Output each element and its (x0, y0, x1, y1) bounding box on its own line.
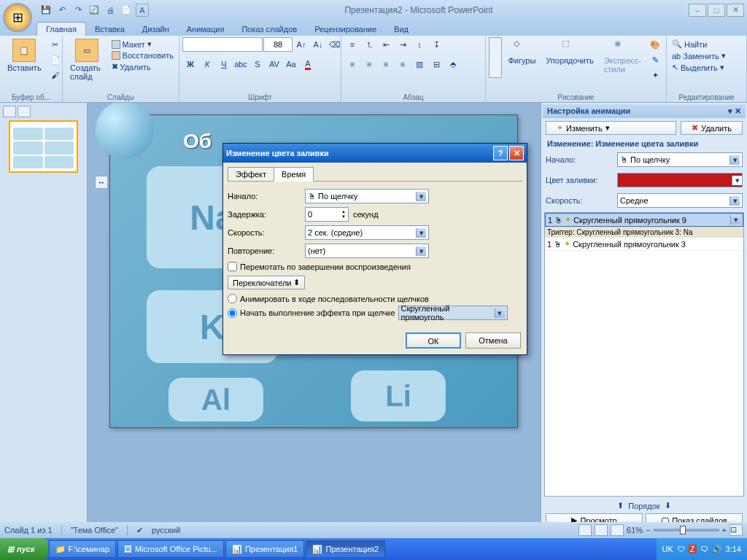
normal-view-button[interactable] (578, 524, 592, 536)
find-button[interactable]: 🔍Найти (670, 39, 728, 50)
dlg-speed-select[interactable]: 2 сек. (средне)▾ (305, 225, 429, 240)
copy-button[interactable]: 📄 (47, 52, 63, 67)
grow-font-button[interactable]: A↑ (293, 37, 309, 52)
move-up-button[interactable]: ⬆ (617, 501, 624, 510)
pane-close-icon[interactable]: ✕ (735, 106, 741, 115)
line-spacing-button[interactable]: ↕ (411, 37, 427, 52)
restore-button[interactable]: □ (708, 4, 725, 17)
shape-outline-button[interactable]: ✎ (647, 52, 663, 67)
numbering-button[interactable]: ⒈ (361, 37, 377, 52)
language-indicator[interactable]: русский (152, 526, 180, 534)
align-right-button[interactable]: ≡ (378, 57, 394, 71)
triggers-toggle[interactable]: Переключатели ⬍ (228, 276, 305, 289)
slideshow-view-button[interactable] (611, 524, 624, 536)
change-case-button[interactable]: Aa (283, 57, 299, 71)
bold-button[interactable]: Ж (182, 57, 198, 71)
shapes-gallery[interactable] (489, 37, 502, 78)
slides-tab[interactable] (3, 106, 16, 117)
tab-home[interactable]: Главная (36, 22, 86, 36)
columns-button[interactable]: ▥ (411, 57, 427, 71)
slide-thumbnail-1[interactable] (9, 120, 78, 173)
dialog-close-button[interactable]: ✕ (509, 146, 524, 160)
volume-icon[interactable]: 🔊 (712, 545, 722, 554)
smartart-button[interactable]: ⬘ (445, 57, 461, 71)
strike-button[interactable]: abc (233, 57, 249, 71)
bullets-button[interactable]: ≡ (344, 37, 360, 52)
decrease-indent-button[interactable]: ⇤ (378, 37, 394, 52)
qat-undo-icon[interactable]: ↶ (55, 4, 69, 17)
outline-tab[interactable] (18, 106, 31, 117)
animation-list-item-2[interactable]: 1 🖱 ✦ Скругленный прямоугольник 3 (545, 238, 743, 251)
start-on-click-radio[interactable]: Начать выполнение эффекта при щелчке Скр… (228, 306, 522, 320)
qat-repeat-icon[interactable]: 🔄 (88, 4, 101, 17)
align-text-button[interactable]: ⊟ (428, 57, 444, 71)
font-family-combo[interactable] (182, 37, 263, 52)
replace-button[interactable]: abЗаменить ▾ (670, 50, 728, 61)
placeholder-tag-icon[interactable]: ↔ (95, 176, 108, 189)
timing-tab[interactable]: Время (274, 167, 314, 182)
remove-effect-button[interactable]: ✖Удалить (681, 121, 743, 135)
start-select[interactable]: 🖱 По щелчку▾ (617, 152, 743, 167)
fit-button[interactable]: ⊡ (729, 524, 743, 536)
shrink-font-button[interactable]: A↓ (310, 37, 326, 52)
dlg-repeat-select[interactable]: (нет)▾ (305, 244, 429, 258)
qat-save-icon[interactable]: 💾 (39, 4, 53, 17)
qat-new-icon[interactable]: 📄 (120, 4, 133, 17)
new-slide-button[interactable]: ▭ Создать слайд (66, 37, 108, 82)
animate-sequence-radio[interactable]: Анимировать в ходе последовательности ще… (228, 294, 522, 303)
qat-print-icon[interactable]: 🖨 (104, 4, 117, 17)
sorter-view-button[interactable] (595, 524, 608, 536)
zoom-slider[interactable] (654, 529, 719, 532)
element-li[interactable]: Li (351, 370, 446, 421)
taskbar-item-ppt2[interactable]: 📊Презентация2 (306, 540, 385, 558)
delete-slide-button[interactable]: ✖Удалить (109, 61, 176, 72)
cancel-button[interactable]: Отмена (465, 332, 521, 349)
start-button[interactable]: ⊞пуск (0, 538, 48, 560)
char-spacing-button[interactable]: AV (266, 57, 282, 71)
taskbar-item-ppt1[interactable]: 📊Презентация1 (225, 540, 305, 558)
dialog-help-button[interactable]: ? (493, 146, 508, 160)
shape-effects-button[interactable]: ✦ (647, 68, 663, 82)
zoom-out-button[interactable]: − (646, 526, 650, 534)
increase-indent-button[interactable]: ⇥ (395, 37, 411, 52)
clock[interactable]: 3:14 (726, 545, 741, 553)
dialog-titlebar[interactable]: Изменение цвета заливки ? ✕ (223, 144, 527, 163)
cut-button[interactable]: ✂ (47, 37, 63, 52)
tab-review[interactable]: Рецензирование (306, 23, 385, 36)
trigger-object-select[interactable]: Скругленный прямоуголь▾ (398, 306, 508, 320)
reset-button[interactable]: Восстановить (109, 50, 176, 61)
select-button[interactable]: ↖Выделить ▾ (670, 62, 728, 73)
minimize-button[interactable]: – (689, 4, 706, 17)
align-left-button[interactable]: ≡ (344, 57, 360, 71)
tab-slideshow[interactable]: Показ слайдов (233, 23, 306, 36)
rewind-checkbox[interactable]: Перемотать по завершении воспроизведения (228, 262, 522, 271)
move-down-button[interactable]: ⬇ (665, 501, 671, 510)
font-color-button[interactable]: A (300, 57, 316, 71)
align-center-button[interactable]: ≡ (361, 57, 377, 71)
dlg-delay-spinner[interactable]: 0▲▼ (305, 207, 349, 222)
animation-list[interactable]: 1 🖱 ✦ Скругленный прямоугольник 9 ▾ Триг… (544, 212, 744, 497)
dlg-start-select[interactable]: 🖱 По щелчку▾ (305, 189, 429, 203)
shape-fill-button[interactable]: 🎨 (647, 37, 663, 52)
fill-color-select[interactable]: ▾ (617, 173, 743, 187)
tab-animation[interactable]: Анимация (178, 23, 233, 36)
tab-design[interactable]: Дизайн (133, 23, 178, 36)
close-button[interactable]: ✕ (727, 4, 744, 17)
qat-a-icon[interactable]: A (136, 4, 149, 17)
pane-menu-icon[interactable]: ▾ (728, 106, 732, 115)
animation-list-item-1[interactable]: 1 🖱 ✦ Скругленный прямоугольник 9 ▾ (545, 213, 743, 227)
layout-button[interactable]: Макет ▾ (109, 39, 176, 50)
language-indicator[interactable]: UK (662, 545, 673, 553)
justify-button[interactable]: ≡ (395, 57, 411, 71)
tab-view[interactable]: Вид (385, 23, 417, 36)
ok-button[interactable]: ОК (406, 332, 461, 349)
shadow-button[interactable]: S (249, 57, 266, 71)
underline-button[interactable]: Ч (216, 57, 232, 71)
tray-icon[interactable]: 🛡 (677, 545, 685, 553)
paste-button[interactable]: 📋 Вставить (3, 37, 46, 74)
taskbar-item-folder[interactable]: 📁F:\семинар (49, 540, 116, 558)
zoom-in-button[interactable]: + (722, 526, 727, 534)
office-button[interactable]: ⊞ (3, 3, 32, 32)
qat-redo-icon[interactable]: ↷ (71, 4, 85, 17)
clear-format-button[interactable]: ⌫ (327, 37, 343, 52)
